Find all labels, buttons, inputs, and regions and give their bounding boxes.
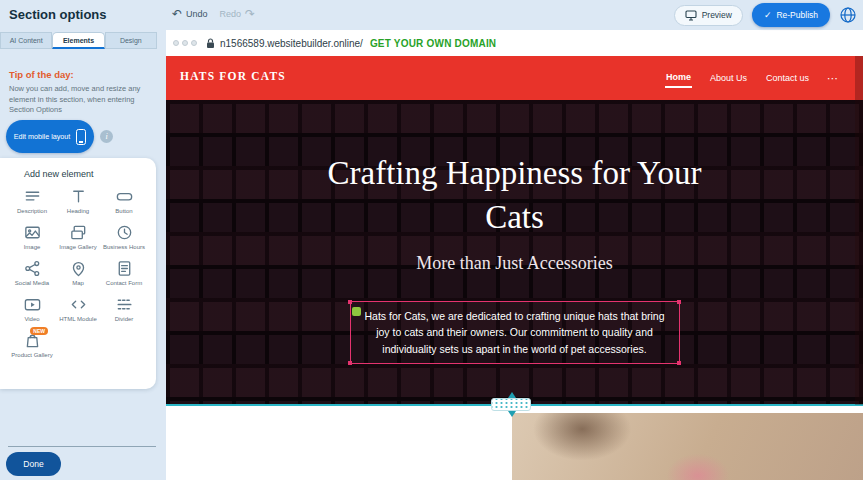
window-dots xyxy=(173,40,197,46)
monitor-icon xyxy=(685,10,697,21)
sidebar-divider xyxy=(8,446,156,447)
selection-corner xyxy=(677,361,681,365)
sidebar-tabs: AI Content Elements Design xyxy=(0,32,157,49)
add-element-image[interactable]: Image xyxy=(9,218,55,254)
section-resize-handle[interactable] xyxy=(491,398,531,411)
redo-label: Redo xyxy=(220,9,242,19)
selection-corner xyxy=(677,300,681,304)
business-hours-icon xyxy=(115,223,134,242)
undo-button[interactable]: ↶ Undo xyxy=(172,8,208,20)
add-element-contact-form[interactable]: Contact Form xyxy=(101,254,147,290)
drag-handle[interactable] xyxy=(352,307,361,316)
check-icon: ✓ xyxy=(764,10,772,20)
tab-design[interactable]: Design xyxy=(105,32,157,49)
preview-label: Preview xyxy=(702,10,732,20)
phone-icon xyxy=(76,129,86,145)
tab-elements[interactable]: Elements xyxy=(52,32,104,49)
add-element-product-gallery[interactable]: NEW Product Gallery xyxy=(9,326,55,362)
undo-label: Undo xyxy=(186,9,208,19)
element-label: Map xyxy=(72,280,84,287)
done-label: Done xyxy=(23,459,43,469)
element-label: Video xyxy=(24,316,39,323)
video-icon xyxy=(23,295,42,314)
undo-icon: ↶ xyxy=(172,8,182,20)
window-dot xyxy=(173,40,179,46)
image-gallery-icon xyxy=(69,223,88,242)
site-logo[interactable]: HATS FOR CATS xyxy=(180,70,286,82)
element-label: Image Gallery xyxy=(59,244,96,251)
resize-up-arrow-icon xyxy=(508,392,516,398)
add-element-heading[interactable]: Heading xyxy=(55,182,101,218)
edit-mobile-layout-button[interactable]: Edit mobile layout xyxy=(6,120,94,153)
element-label: HTML Module xyxy=(59,316,96,323)
republish-button[interactable]: ✓ Re-Publish xyxy=(752,3,830,27)
hero-heading[interactable]: Crafting Happiness for Your Cats xyxy=(305,152,725,239)
info-icon: i xyxy=(105,132,107,141)
add-element-map[interactable]: Map xyxy=(55,254,101,290)
add-element-image-gallery[interactable]: Image Gallery xyxy=(55,218,101,254)
app-root: { "topbar": { "title": "Section options"… xyxy=(0,0,863,480)
element-label: Social Media xyxy=(15,280,49,287)
tab-ai-content[interactable]: AI Content xyxy=(0,32,52,49)
selection-corner xyxy=(348,361,352,365)
hero-section: Crafting Happiness for Your Cats More th… xyxy=(166,100,863,405)
nav-item-about-us[interactable]: About Us xyxy=(709,69,748,87)
hero-subheading[interactable]: More than Just Accessories xyxy=(166,253,863,274)
section-options-sidebar: AI Content Elements Design Tip of the da… xyxy=(0,30,166,480)
next-section-image[interactable] xyxy=(512,413,863,480)
top-toolbar: Section options ↶ Undo Redo ↷ Preview ✓ … xyxy=(0,0,863,30)
preview-button[interactable]: Preview xyxy=(674,5,743,26)
add-element-video[interactable]: Video xyxy=(9,290,55,326)
browser-url-bar: n1566589.websitebuilder.online/ GET YOUR… xyxy=(166,30,863,56)
republish-label: Re-Publish xyxy=(776,10,818,20)
contact-form-icon xyxy=(115,259,134,278)
language-globe-button[interactable] xyxy=(839,6,857,24)
hero-text-element-selected[interactable]: Hats for Cats, we are dedicated to craft… xyxy=(350,301,680,364)
site-nav: Home About Us Contact us ⋯ xyxy=(665,56,839,100)
done-button[interactable]: Done xyxy=(6,452,61,476)
tip-of-the-day-title: Tip of the day: xyxy=(9,69,74,80)
selection-corner xyxy=(348,300,352,304)
element-label: Product Gallery xyxy=(11,352,52,359)
resize-down-arrow-icon xyxy=(508,411,516,417)
globe-icon xyxy=(839,6,857,24)
site-url: n1566589.websitebuilder.online/ xyxy=(220,38,363,49)
undo-redo-group: ↶ Undo Redo ↷ xyxy=(172,8,255,20)
redo-icon: ↷ xyxy=(245,8,255,20)
social-media-icon xyxy=(23,259,42,278)
element-label: Business Hours xyxy=(103,244,145,251)
redo-button[interactable]: Redo ↷ xyxy=(220,8,256,20)
toolbar-actions: Preview ✓ Re-Publish xyxy=(674,3,857,27)
preview-scrollbar[interactable] xyxy=(855,56,863,405)
window-dot xyxy=(182,40,188,46)
divider-icon xyxy=(115,295,134,314)
nav-item-contact-us[interactable]: Contact us xyxy=(765,69,810,87)
add-element-divider[interactable]: Divider xyxy=(101,290,147,326)
description-icon xyxy=(23,187,42,206)
element-label: Contact Form xyxy=(106,280,142,287)
element-label: Heading xyxy=(67,208,89,215)
site-header: HATS FOR CATS Home About Us Contact us ⋯ xyxy=(166,56,863,100)
element-label: Description xyxy=(17,208,47,215)
add-element-button[interactable]: Button xyxy=(101,182,147,218)
edit-mobile-layout-label: Edit mobile layout xyxy=(14,132,71,141)
info-button[interactable]: i xyxy=(100,130,113,143)
map-icon xyxy=(69,259,88,278)
add-element-business-hours[interactable]: Business Hours xyxy=(101,218,147,254)
add-new-element-panel: Add new element Description Heading Butt… xyxy=(0,158,156,389)
html-module-icon xyxy=(69,295,88,314)
add-element-html-module[interactable]: HTML Module xyxy=(55,290,101,326)
tip-of-the-day-body: Now you can add, move and resize any ele… xyxy=(9,84,152,116)
element-label: Image xyxy=(24,244,41,251)
add-element-description[interactable]: Description xyxy=(9,182,55,218)
element-label: Divider xyxy=(115,316,134,323)
nav-more-icon[interactable]: ⋯ xyxy=(827,72,839,85)
get-own-domain-link[interactable]: GET YOUR OWN DOMAIN xyxy=(370,38,496,49)
nav-item-home[interactable]: Home xyxy=(665,68,692,88)
add-element-social-media[interactable]: Social Media xyxy=(9,254,55,290)
window-dot xyxy=(191,40,197,46)
heading-icon xyxy=(69,187,88,206)
new-badge: NEW xyxy=(30,327,48,335)
lock-icon xyxy=(206,38,215,49)
button-icon xyxy=(115,187,134,206)
